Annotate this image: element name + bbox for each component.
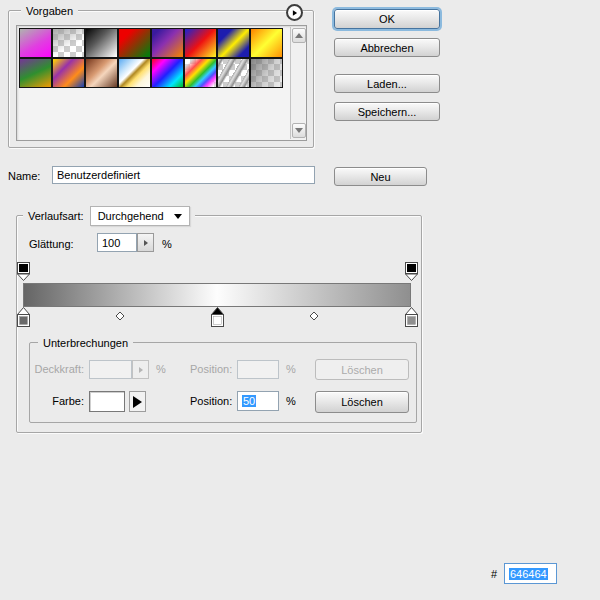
- position-label-row2: Position:: [190, 395, 232, 407]
- new-button-label: Neu: [370, 171, 390, 183]
- gradient-swatch-transparent-stripes[interactable]: [217, 58, 250, 88]
- ok-button[interactable]: OK: [334, 9, 440, 29]
- gradient-swatch-yellow-violet-orange-blue[interactable]: [52, 58, 85, 88]
- gradient-editor-dialog: Vorgaben OK Abbrechen Laden... Speichern…: [0, 0, 600, 600]
- delete-color-label: Löschen: [341, 396, 383, 408]
- scroll-up-button[interactable]: [292, 28, 306, 43]
- opacity-slider-button: [132, 360, 149, 379]
- gradient-swatch-violet-to-orange[interactable]: [151, 28, 184, 58]
- smoothness-input[interactable]: 100: [97, 233, 137, 252]
- preset-scrollbar[interactable]: [290, 27, 305, 139]
- gradient-swatch-chrome[interactable]: [118, 58, 151, 88]
- gradient-settings-group: Verlaufsart: Durchgehend Glättung: 100 %…: [16, 215, 422, 433]
- scroll-up-icon: [295, 33, 303, 38]
- position-unit-row1: %: [286, 363, 296, 375]
- hex-color-input[interactable]: 646464: [504, 563, 557, 584]
- scroll-down-icon: [295, 128, 303, 133]
- color-menu-arrow-icon: [133, 396, 142, 408]
- gradient-swatch-blue-yellow-blue[interactable]: [217, 28, 250, 58]
- gradient-swatch-red-to-green[interactable]: [118, 28, 151, 58]
- new-button[interactable]: Neu: [334, 167, 427, 186]
- scroll-down-button[interactable]: [292, 123, 306, 138]
- stops-legend-label: Unterbrechungen: [43, 337, 128, 349]
- gradient-preview-bar[interactable]: [23, 283, 411, 307]
- opacity-unit: %: [156, 363, 166, 375]
- gradient-swatch-foreground-to-transparent[interactable]: [52, 28, 85, 58]
- gradient-type-select[interactable]: Durchgehend: [90, 206, 190, 226]
- color-stop-0[interactable]: [17, 307, 30, 329]
- color-stop-2[interactable]: [405, 307, 418, 329]
- save-button-label: Speichern...: [358, 106, 417, 118]
- gradient-type-value: Durchgehend: [98, 210, 164, 222]
- gradient-swatch-copper[interactable]: [85, 58, 118, 88]
- slider-popup-arrow-icon: [139, 367, 143, 373]
- stops-group: Unterbrechungen Deckkraft: % Position: %…: [29, 342, 417, 423]
- stop-color-swatch[interactable]: [89, 391, 125, 412]
- name-input[interactable]: [52, 166, 315, 184]
- load-button[interactable]: Laden...: [334, 74, 440, 93]
- flyout-arrow-icon: [292, 10, 296, 16]
- gradient-type-label: Verlaufsart:: [28, 210, 84, 222]
- smoothness-slider-button[interactable]: [137, 233, 154, 252]
- gradient-swatch-spectrum[interactable]: [151, 58, 184, 88]
- delete-opacity-label: Löschen: [341, 364, 383, 376]
- load-button-label: Laden...: [367, 78, 407, 90]
- opacity-stop-1[interactable]: [405, 262, 418, 283]
- preset-swatch-grid: [19, 28, 283, 88]
- gradient-editor: [23, 262, 411, 328]
- position-label-row1: Position:: [190, 363, 232, 375]
- gradient-swatch-blue-red-yellow[interactable]: [184, 28, 217, 58]
- opacity-label: Deckkraft:: [30, 363, 84, 375]
- gradient-swatch-black-to-white[interactable]: [85, 28, 118, 58]
- position-input-row2[interactable]: 50: [237, 391, 279, 411]
- stop-color-menu-button[interactable]: [129, 391, 146, 412]
- cancel-button[interactable]: Abbrechen: [334, 38, 440, 57]
- presets-legend-label: Vorgaben: [26, 5, 73, 17]
- gradient-swatch-neutral-density[interactable]: [250, 58, 283, 88]
- position-unit-row2: %: [286, 395, 296, 407]
- gradient-swatch-orange-yellow-orange[interactable]: [250, 28, 283, 58]
- smoothness-label: Glättung:: [29, 238, 74, 250]
- presets-legend: Vorgaben: [21, 4, 78, 18]
- smoothness-unit: %: [162, 238, 172, 250]
- preset-list: [16, 25, 307, 141]
- smoothness-value: 100: [102, 237, 120, 249]
- midpoint-marker-1[interactable]: [309, 311, 319, 323]
- slider-popup-arrow-icon: [144, 240, 148, 246]
- dropdown-arrow-icon: [174, 214, 182, 219]
- name-label: Name:: [8, 170, 40, 182]
- color-stop-1-selected[interactable]: [211, 307, 224, 329]
- preset-menu-button[interactable]: [286, 4, 303, 21]
- cancel-button-label: Abbrechen: [360, 42, 413, 54]
- opacity-input: [89, 360, 132, 379]
- gradient-swatch-transparent-rainbow[interactable]: [184, 58, 217, 88]
- hex-color-value: 646464: [509, 568, 548, 580]
- gradient-swatch-foreground-to-magenta[interactable]: [19, 28, 52, 58]
- delete-color-stop-button[interactable]: Löschen: [315, 391, 409, 413]
- position-value-row2: 50: [242, 395, 256, 407]
- stops-legend: Unterbrechungen: [38, 336, 133, 350]
- opacity-stop-0[interactable]: [17, 262, 30, 283]
- save-button[interactable]: Speichern...: [334, 102, 440, 121]
- position-input-row1: [237, 360, 279, 379]
- gradient-swatch-violet-green-orange[interactable]: [19, 58, 52, 88]
- color-label: Farbe:: [30, 395, 84, 407]
- hex-prefix-label: #: [491, 568, 497, 580]
- delete-opacity-stop-button: Löschen: [315, 359, 409, 380]
- ok-button-label: OK: [379, 13, 395, 25]
- gradient-type-row: Verlaufsart: Durchgehend: [23, 205, 195, 227]
- midpoint-marker-0[interactable]: [115, 311, 125, 323]
- presets-group: Vorgaben: [8, 10, 314, 148]
